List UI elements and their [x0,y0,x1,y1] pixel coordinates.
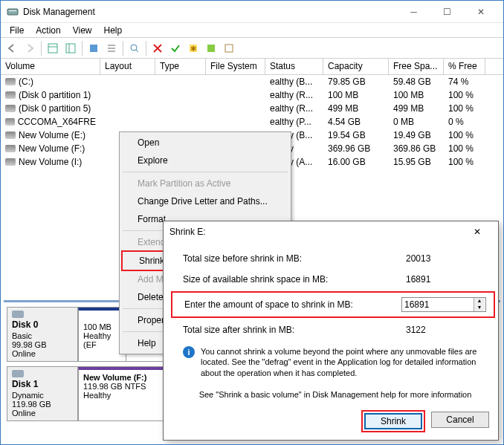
disk1-info: Disk 1 Dynamic 119.98 GB Online [7,367,78,420]
volume-free: 0 MB [389,117,444,127]
value-total-after: 3122 [406,325,488,335]
volume-row[interactable]: CCCOMA_X64FREealthy (P...4.54 GB0 MB0 % [1,115,503,129]
spin-up-button[interactable]: ▲ [474,298,485,305]
dialog-title: Shrink E: [169,227,206,237]
menu-action[interactable]: Action [30,24,66,37]
volume-status: ealthy (B... [265,77,323,87]
help-text: See "Shrink a basic volume" in Disk Mana… [183,390,488,399]
value-total-before: 20013 [406,253,488,264]
volume-pct: 74 % [444,77,485,87]
info-icon: i [183,346,195,358]
volume-row[interactable]: (Disk 0 partition 1)ealthy (R...100 MB10… [1,88,503,102]
volume-name: (Disk 0 partition 1) [19,90,91,100]
volume-free: 369.86 GB [389,143,444,154]
volume-icon [5,78,16,85]
value-available: 16891 [406,274,488,285]
menu-view[interactable]: View [67,24,98,37]
volume-icon [5,131,16,139]
titlebar: Disk Management ─ ☐ ✕ [1,1,503,23]
col-layout[interactable]: Layout [100,59,155,74]
label-available: Size of available shrink space in MB: [183,274,406,285]
volume-icon [5,91,16,99]
ctx-change-letter[interactable]: Change Drive Letter and Paths... [121,192,289,210]
volume-capacity: 499 MB [323,103,389,114]
info-text: You cannot shrink a volume beyond the po… [201,346,488,378]
spin-down-button[interactable]: ▼ [474,305,485,311]
ctx-explore[interactable]: Explore [121,152,289,169]
svg-point-10 [131,45,137,51]
dialog-close-button[interactable]: ✕ [462,227,492,237]
volume-pct: 100 % [444,103,485,114]
disk-management-window: Disk Management ─ ☐ ✕ File Action View H… [0,0,504,445]
svg-rect-2 [48,44,57,53]
search-button[interactable] [126,40,143,56]
volume-name: New Volume (E:) [19,130,85,140]
volume-pct: 100 % [444,130,485,140]
volume-pct: 100 % [444,157,485,167]
volume-free: 19.49 GB [389,130,444,140]
volume-free: 59.48 GB [389,77,444,87]
volume-capacity: 79.85 GB [323,77,389,87]
shrink-button[interactable]: Shrink [364,413,422,429]
col-capacity[interactable]: Capacity [323,59,389,74]
shrink-button-highlight: Shrink [361,410,425,432]
volume-capacity: 19.54 GB [323,130,389,140]
volume-icon [5,105,16,112]
close-button[interactable]: ✕ [464,1,497,23]
col-type[interactable]: Type [155,59,206,74]
volume-name: (C:) [19,77,33,87]
back-button[interactable] [4,40,20,56]
svg-rect-14 [207,45,215,52]
col-status[interactable]: Status [265,59,323,74]
volume-row[interactable]: (Disk 0 partition 5)ealthy (R...499 MB49… [1,102,503,115]
cancel-button[interactable]: Cancel [431,412,489,428]
col-volume[interactable]: Volume [1,59,100,74]
ctx-open[interactable]: Open [121,134,289,152]
volume-free: 499 MB [389,103,444,114]
action-button-1[interactable] [203,40,219,56]
svg-rect-16 [12,311,24,318]
minimize-button[interactable]: ─ [397,1,430,23]
action-button-2[interactable] [221,40,237,56]
shrink-amount-spinner[interactable]: ▲ ▼ [401,297,486,312]
col-free[interactable]: Free Spa... [389,59,444,74]
volume-free: 15.95 GB [389,157,444,167]
svg-rect-4 [66,44,75,53]
view-button-2[interactable] [62,40,79,56]
refresh-button[interactable] [85,40,102,56]
volume-name: CCCOMA_X64FRE [18,117,96,127]
disk0-size: 99.98 GB [12,340,73,349]
disk1-size: 119.98 GB [12,400,73,409]
volume-pct: 100 % [444,143,485,154]
col-fs[interactable]: File System [206,59,265,74]
volume-row[interactable]: (C:)ealthy (B...79.85 GB59.48 GB74 % [1,75,503,88]
toolbar: ✱ [1,38,503,59]
svg-rect-1 [9,10,16,11]
label-shrink-amount: Enter the amount of space to shrink in M… [184,299,401,310]
volume-icon [5,158,16,166]
menu-help[interactable]: Help [98,24,129,37]
disk-icon [12,370,24,379]
disk0-type: Basic [12,331,73,340]
svg-rect-0 [7,9,18,15]
volume-capacity: 369.96 GB [323,143,389,154]
volume-icon [5,118,15,126]
view-button-1[interactable] [45,40,61,56]
volume-grid-header: Volume Layout Type File System Status Ca… [1,59,503,75]
check-button[interactable] [167,40,184,56]
shrink-amount-input[interactable] [402,299,474,310]
volume-free: 100 MB [389,90,444,100]
maximize-button[interactable]: ☐ [430,1,464,23]
volume-capacity: 16.00 GB [323,157,389,167]
disk1-type: Dynamic [12,391,73,400]
delete-button[interactable] [149,40,166,56]
volume-pct: 0 % [444,117,485,127]
col-pct[interactable]: % Free [444,59,485,74]
menu-file[interactable]: File [4,24,30,37]
disk1-part1[interactable]: New Volume (F:) 119.98 GB NTFS Healthy [78,367,167,420]
volume-capacity: 100 MB [323,90,389,100]
new-button[interactable]: ✱ [185,40,201,56]
forward-button[interactable] [22,40,38,56]
list-button[interactable] [103,40,120,56]
volume-status: ealthy (R... [265,103,323,114]
